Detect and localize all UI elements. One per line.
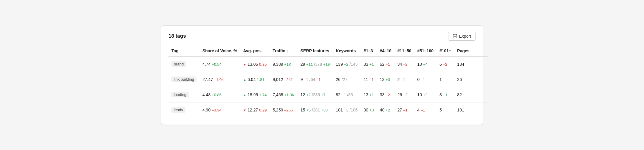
cell-serp-1: 9 –1 /64 –1 bbox=[298, 72, 333, 87]
cell-kw-2: 82 –1 /85 bbox=[333, 87, 360, 102]
cell-pos11-50-2: 26 –2 bbox=[394, 87, 414, 102]
cell-pos4-10-0: 62 –1 bbox=[377, 56, 394, 72]
cell-sov-3: 4.90 –0.34 bbox=[199, 102, 240, 117]
col-pos51-100: #51–100 bbox=[414, 46, 437, 56]
col-sov: Share of Voice, % bbox=[199, 46, 240, 56]
cell-pos1-3-1: 11 –1 bbox=[361, 72, 377, 87]
tag-badge: leads bbox=[171, 107, 185, 113]
export-icon bbox=[453, 34, 457, 39]
col-avg-pos: Avg. pos. bbox=[240, 46, 270, 56]
main-container: 18 tags Export Tag Share of Voice, % Avg… bbox=[161, 25, 483, 125]
cell-traffic-1: 9,012 –241 bbox=[270, 72, 297, 87]
cell-tag-2: landing bbox=[168, 87, 199, 102]
tag-badge: brand bbox=[171, 61, 186, 67]
col-keywords: Keywords bbox=[333, 46, 360, 56]
cell-pos1-3-2: 13 +1 bbox=[361, 87, 377, 102]
cell-pos101-1: 1 bbox=[436, 72, 454, 87]
cell-tag-1: link building bbox=[168, 72, 199, 87]
col-pos101: #101+ bbox=[436, 46, 454, 56]
cell-kw-3: 101 +3 /106 bbox=[333, 102, 360, 117]
cell-sov-0: 4.74 +0.54 bbox=[199, 56, 240, 72]
tag-badge: landing bbox=[171, 92, 189, 97]
table-row: link building 27.47 –1.04 ▲ 6.04 1.81 9,… bbox=[168, 72, 488, 87]
more-options-button[interactable]: ⋮ bbox=[476, 76, 485, 83]
more-options-button[interactable]: ⋮ bbox=[476, 106, 485, 114]
table-body: brand 4.74 +0.54 ▼ 13.06 0.35 9,389 +1K … bbox=[168, 56, 488, 117]
cell-tag-0: brand bbox=[168, 56, 199, 72]
cell-pages-1: 26 bbox=[454, 72, 472, 87]
cell-kw-1: 26 /27 bbox=[333, 72, 360, 87]
col-pos11-50: #11–50 bbox=[394, 46, 414, 56]
col-actions bbox=[473, 46, 488, 56]
cell-pages-0: 134 bbox=[454, 56, 472, 72]
tags-table: Tag Share of Voice, % Avg. pos. Traffic … bbox=[168, 46, 488, 117]
cell-pos4-10-3: 40 +2 bbox=[377, 102, 394, 117]
cell-pages-2: 82 bbox=[454, 87, 472, 102]
table-row: leads 4.90 –0.34 ▼ 12.27 0.29 5,259 –266… bbox=[168, 102, 488, 117]
cell-pos51-100-3: 4 –1 bbox=[414, 102, 437, 117]
cell-avg-pos-1: ▲ 6.04 1.81 bbox=[240, 72, 270, 87]
cell-pos4-10-1: 13 +3 bbox=[377, 72, 394, 87]
cell-pos4-10-2: 33 –2 bbox=[377, 87, 394, 102]
col-pos1-3: #1–3 bbox=[361, 46, 377, 56]
export-button[interactable]: Export bbox=[448, 32, 476, 41]
cell-serp-2: 12 +2 /235 +7 bbox=[298, 87, 333, 102]
col-traffic: Traffic ↓ bbox=[270, 46, 297, 56]
col-serp: SERP features bbox=[298, 46, 333, 56]
table-row: brand 4.74 +0.54 ▼ 13.06 0.35 9,389 +1K … bbox=[168, 56, 488, 72]
cell-pos101-0: 6 –2 bbox=[436, 56, 454, 72]
cell-pos11-50-1: 2 –1 bbox=[394, 72, 414, 87]
header-row: 18 tags Export bbox=[168, 32, 476, 41]
cell-avg-pos-3: ▼ 12.27 0.29 bbox=[240, 102, 270, 117]
cell-kw-0: 139 +2 /145 bbox=[333, 56, 360, 72]
cell-pos101-2: 3 +1 bbox=[436, 87, 454, 102]
cell-avg-pos-2: ▲ 18.95 1.74 bbox=[240, 87, 270, 102]
cell-pages-3: 101 bbox=[454, 102, 472, 117]
cell-serp-3: 15 +5 /281 +30 bbox=[298, 102, 333, 117]
cell-pos1-3-3: 30 +3 bbox=[361, 102, 377, 117]
cell-serp-0: 29 +11 /378 +19 bbox=[298, 56, 333, 72]
col-tag: Tag bbox=[168, 46, 199, 56]
cell-pos101-3: 5 bbox=[436, 102, 454, 117]
cell-more-0[interactable]: ⋮ bbox=[473, 56, 488, 72]
cell-traffic-0: 9,389 +1K bbox=[270, 56, 297, 72]
cell-more-2[interactable]: ⋮ bbox=[473, 87, 488, 102]
page-title: 18 tags bbox=[168, 33, 186, 39]
cell-traffic-3: 5,259 –266 bbox=[270, 102, 297, 117]
col-pos4-10: #4–10 bbox=[377, 46, 394, 56]
cell-sov-1: 27.47 –1.04 bbox=[199, 72, 240, 87]
cell-more-3[interactable]: ⋮ bbox=[473, 102, 488, 117]
cell-avg-pos-0: ▼ 13.06 0.35 bbox=[240, 56, 270, 72]
cell-pos11-50-3: 27 –1 bbox=[394, 102, 414, 117]
cell-pos51-100-2: 10 +2 bbox=[414, 87, 437, 102]
cell-pos51-100-1: 0 –1 bbox=[414, 72, 437, 87]
tag-badge: link building bbox=[171, 76, 196, 82]
cell-traffic-2: 7,468 +1.3K bbox=[270, 87, 297, 102]
cell-pos51-100-0: 10 +4 bbox=[414, 56, 437, 72]
table-header: Tag Share of Voice, % Avg. pos. Traffic … bbox=[168, 46, 488, 56]
cell-tag-3: leads bbox=[168, 102, 199, 117]
cell-sov-2: 4.48 +0.86 bbox=[199, 87, 240, 102]
more-options-button[interactable]: ⋮ bbox=[476, 60, 485, 68]
col-pages: Pages bbox=[454, 46, 472, 56]
table-row: landing 4.48 +0.86 ▲ 18.95 1.74 7,468 +1… bbox=[168, 87, 488, 102]
cell-pos1-3-0: 33 +1 bbox=[361, 56, 377, 72]
more-options-button[interactable]: ⋮ bbox=[476, 91, 485, 99]
cell-more-1[interactable]: ⋮ bbox=[473, 72, 488, 87]
export-label: Export bbox=[459, 34, 471, 39]
cell-pos11-50-0: 34 –2 bbox=[394, 56, 414, 72]
